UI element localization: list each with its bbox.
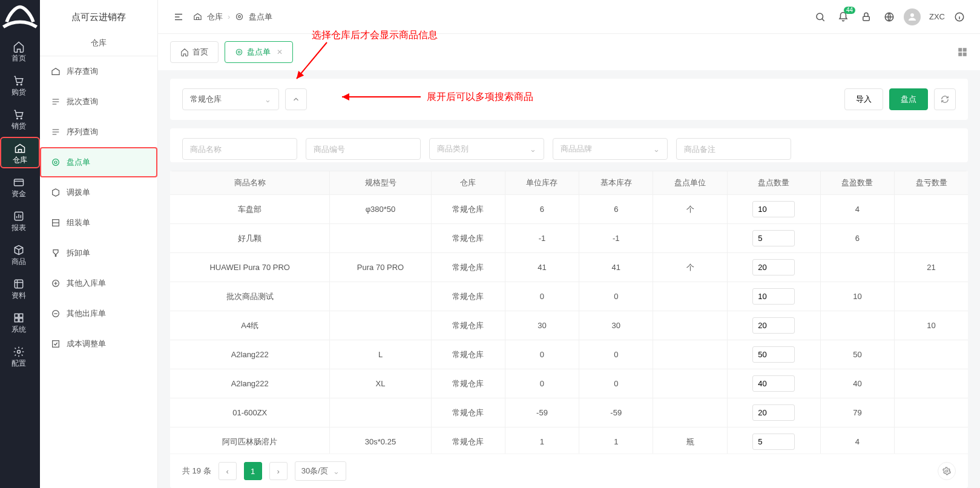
subnav-item-3[interactable]: 盘点单 (40, 147, 157, 177)
tab-1[interactable]: 盘点单✕ (225, 41, 293, 63)
subnav-item-6[interactable]: 拆卸单 (40, 238, 157, 268)
cell: XL (330, 369, 431, 398)
filter-brand-select[interactable]: 商品品牌⌄ (553, 138, 668, 160)
inventory-button[interactable]: 盘点 (889, 88, 928, 110)
crumb-root[interactable]: 仓库 (207, 12, 223, 22)
qty-input[interactable] (752, 375, 795, 392)
expand-filters-button[interactable] (285, 88, 307, 110)
subnav-item-2[interactable]: 序列查询 (40, 117, 157, 147)
collapse-menu-icon[interactable] (170, 8, 187, 25)
qty-input[interactable] (752, 288, 795, 305)
col-header-7: 盘盈数量 (820, 171, 894, 195)
globe-icon[interactable] (881, 8, 898, 25)
cell (895, 224, 968, 253)
tab-close-icon[interactable]: ✕ (277, 48, 283, 56)
cell: 30s*0.25 (330, 427, 431, 454)
cell: 10 (895, 311, 968, 340)
svg-rect-10 (19, 318, 23, 321)
cell: φ380*50 (330, 195, 431, 224)
subnav-item-8[interactable]: 其他出库单 (40, 298, 157, 329)
app-logo (0, 0, 40, 34)
crumb-sep: › (228, 12, 230, 21)
cell (727, 253, 820, 282)
table-settings-button[interactable] (938, 462, 956, 480)
notification-badge: 44 (844, 7, 855, 14)
qty-input[interactable] (752, 230, 795, 246)
cell: 个 (653, 195, 727, 224)
refresh-button[interactable] (934, 88, 956, 110)
cell (727, 398, 820, 427)
cell: 1 (579, 427, 653, 454)
rail-item-config[interactable]: 配置 (0, 339, 39, 373)
pager-size-select[interactable]: 30条/页⌄ (295, 461, 346, 481)
cell: 40 (820, 369, 894, 398)
bell-icon[interactable]: 44 (835, 8, 852, 25)
rail-item-goods[interactable]: 商品 (0, 237, 39, 271)
filter-product-name[interactable] (182, 138, 297, 160)
avatar[interactable] (904, 8, 921, 25)
cell: 常规仓库 (431, 253, 505, 282)
lock-icon[interactable] (858, 8, 875, 25)
cell (653, 398, 727, 427)
cell: 0 (505, 369, 579, 398)
subnav-item-5[interactable]: 组装单 (40, 208, 157, 238)
svg-point-3 (21, 117, 22, 119)
qty-input[interactable] (752, 317, 795, 334)
cell: -1 (579, 224, 653, 253)
subnav-item-1[interactable]: 批次查询 (40, 87, 157, 117)
rail-item-sell[interactable]: 销货 (0, 102, 39, 136)
cell: 6 (579, 195, 653, 224)
qty-input[interactable] (752, 201, 795, 217)
rail-item-fund[interactable]: 资金 (0, 170, 39, 203)
cell (895, 427, 968, 454)
cell: 21 (895, 253, 968, 282)
subnav-item-9[interactable]: 成本调整单 (40, 329, 157, 359)
pager-page-1[interactable]: 1 (244, 462, 262, 480)
search-icon[interactable] (812, 8, 829, 25)
rail-item-system[interactable]: 系统 (0, 305, 39, 339)
cell (895, 340, 968, 369)
cell: 常规仓库 (431, 195, 505, 224)
layout-grid-icon[interactable] (957, 47, 968, 58)
rail-item-home[interactable]: 首页 (0, 34, 39, 68)
svg-point-1 (21, 84, 22, 85)
filter-category-select[interactable]: 商品类别⌄ (429, 138, 544, 160)
subnav-item-0[interactable]: 库存查询 (40, 56, 157, 87)
subnav-item-4[interactable]: 调拨单 (40, 177, 157, 208)
cell (895, 195, 968, 224)
pager-prev[interactable]: ‹ (219, 462, 237, 480)
col-header-3: 单位库存 (505, 171, 579, 195)
svg-point-13 (54, 161, 57, 163)
info-icon[interactable] (951, 8, 968, 25)
user-name[interactable]: ZXC (929, 12, 945, 21)
cell: 0 (579, 369, 653, 398)
warehouse-select[interactable]: 常规仓库 ⌄ (182, 88, 279, 110)
qty-input[interactable] (752, 404, 795, 421)
cell: A4纸 (170, 311, 330, 340)
cell: 常规仓库 (431, 398, 505, 427)
qty-input[interactable] (752, 346, 795, 363)
cell: 瓶 (653, 427, 727, 454)
cell (727, 282, 820, 311)
rail-item-buy[interactable]: 购货 (0, 68, 39, 102)
qty-input[interactable] (752, 434, 795, 450)
svg-rect-27 (958, 48, 962, 51)
pager-next[interactable]: › (269, 462, 288, 480)
filter-product-code[interactable] (306, 138, 421, 160)
breadcrumb: 仓库 › 盘点单 (193, 12, 272, 22)
pager-total: 共 19 条 (182, 466, 211, 476)
subnav-item-7[interactable]: 其他入库单 (40, 268, 157, 298)
rail-item-report[interactable]: 报表 (0, 203, 39, 237)
gear-icon (942, 467, 951, 475)
cell: 常规仓库 (431, 311, 505, 340)
tab-0[interactable]: 首页 (170, 41, 219, 63)
cell: 常规仓库 (431, 427, 505, 454)
cell (727, 369, 820, 398)
filter-product-remark[interactable] (676, 138, 791, 160)
qty-input[interactable] (752, 259, 795, 275)
rail-item-warehouse[interactable]: 仓库 (0, 137, 40, 168)
rail-item-data[interactable]: 资料 (0, 271, 39, 305)
header: 仓库 › 盘点单 44 ZXC (158, 0, 980, 34)
import-button[interactable]: 导入 (844, 88, 883, 110)
cell: 好几颗 (170, 224, 330, 253)
